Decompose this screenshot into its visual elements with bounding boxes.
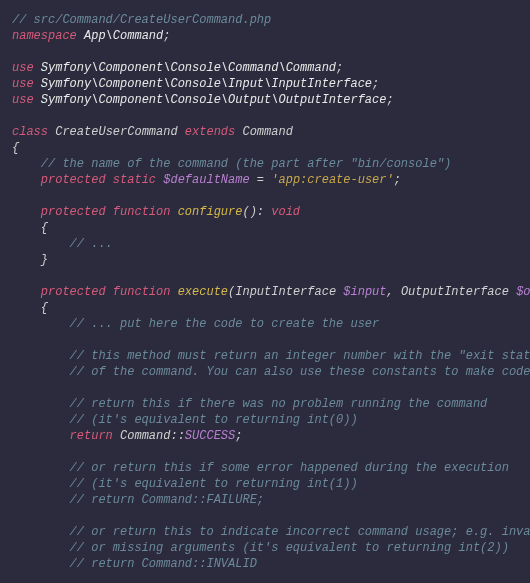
comment-line: // or missing arguments (it's equivalent…: [70, 541, 509, 555]
comment-line: // ...: [70, 237, 113, 251]
comment-line: // ... put here the code to create the u…: [70, 317, 380, 331]
brace-close: }: [41, 253, 48, 267]
semicolon: ;: [372, 77, 379, 91]
keyword-function: function: [113, 285, 171, 299]
scope-op: ::: [170, 429, 184, 443]
keyword-protected: protected: [41, 285, 106, 299]
comment-line: // or return this if some error happened…: [70, 461, 509, 475]
keyword-extends: extends: [185, 125, 235, 139]
use-path: Symfony\Component\Console\Command\Comman…: [41, 61, 336, 75]
return-type: void: [271, 205, 300, 219]
semicolon: ;: [235, 429, 242, 443]
comment-line: // return Command::INVALID: [70, 557, 257, 571]
extends-name: Command: [242, 125, 292, 139]
brace-open: {: [12, 141, 19, 155]
comment-line: // (it's equivalent to returning int(0)): [70, 413, 358, 427]
keyword-protected: protected: [41, 205, 106, 219]
use-path: Symfony\Component\Console\Output\OutputI…: [41, 93, 387, 107]
class-name: CreateUserCommand: [55, 125, 177, 139]
keyword-use: use: [12, 77, 34, 91]
colon: :: [257, 205, 271, 219]
comma: ,: [387, 285, 401, 299]
keyword-return: return: [70, 429, 113, 443]
class-ref: Command: [120, 429, 170, 443]
keyword-use: use: [12, 93, 34, 107]
brace-open: {: [41, 301, 48, 315]
semicolon: ;: [394, 173, 401, 187]
semicolon: ;: [386, 93, 393, 107]
comment-line: // this method must return an integer nu…: [70, 349, 530, 363]
keyword-static: static: [113, 173, 156, 187]
function-name: configure: [178, 205, 243, 219]
comment-line: // of the command. You can also use thes…: [70, 365, 530, 379]
constant: SUCCESS: [185, 429, 235, 443]
keyword-use: use: [12, 61, 34, 75]
keyword-namespace: namespace: [12, 29, 77, 43]
comment-line: // (it's equivalent to returning int(1)): [70, 477, 358, 491]
comment-line: // the name of the command (the part aft…: [41, 157, 451, 171]
param-type: InputInterface: [235, 285, 336, 299]
use-path: Symfony\Component\Console\Input\InputInt…: [41, 77, 372, 91]
comment-line: // return Command::FAILURE;: [70, 493, 264, 507]
brace-open: {: [41, 221, 48, 235]
semicolon: ;: [336, 61, 343, 75]
keyword-function: function: [113, 205, 171, 219]
param-var: $input: [343, 285, 386, 299]
param-type: OutputInterface: [401, 285, 509, 299]
semicolon: ;: [163, 29, 170, 43]
comment-line: // or return this to indicate incorrect …: [70, 525, 530, 539]
keyword-class: class: [12, 125, 48, 139]
namespace-name: App\Command: [84, 29, 163, 43]
comment-line: // return this if there was no problem r…: [70, 397, 488, 411]
variable: $defaultName: [163, 173, 249, 187]
comment-line: // src/Command/CreateUserCommand.php: [12, 13, 271, 27]
param-var: $output: [516, 285, 530, 299]
code-block: // src/Command/CreateUserCommand.php nam…: [12, 12, 518, 572]
string-literal: 'app:create-user': [271, 173, 393, 187]
parens: (): [242, 205, 256, 219]
keyword-protected: protected: [41, 173, 106, 187]
function-name: execute: [178, 285, 228, 299]
equals: =: [250, 173, 272, 187]
